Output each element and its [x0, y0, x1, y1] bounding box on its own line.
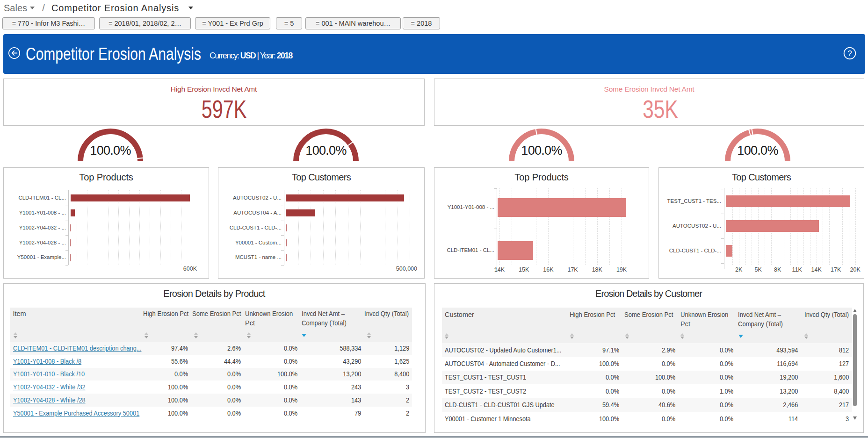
svg-text:?: ?: [847, 49, 852, 58]
